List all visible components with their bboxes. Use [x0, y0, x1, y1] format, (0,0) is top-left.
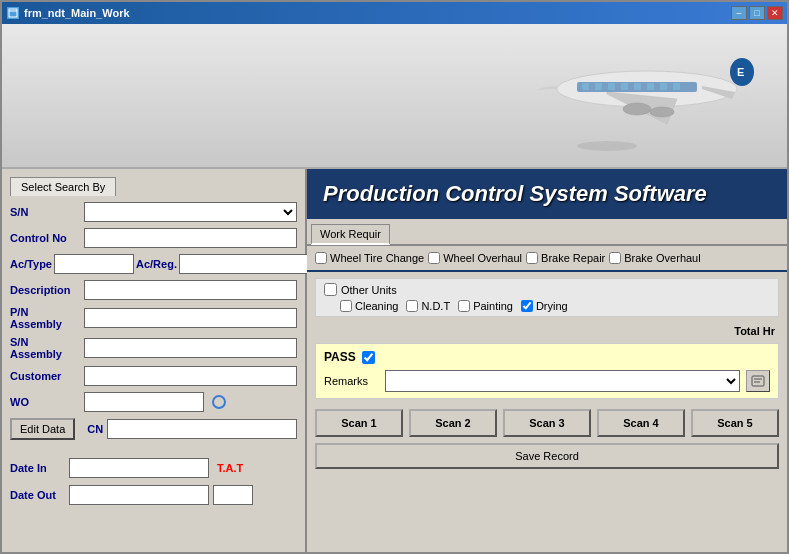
- wheel-tire-change-checkbox[interactable]: [315, 252, 327, 264]
- svg-rect-9: [647, 83, 654, 90]
- search-tab-container: Select Search By: [10, 177, 297, 196]
- drying-label: Drying: [536, 300, 568, 312]
- painting-checkbox[interactable]: [458, 300, 470, 312]
- acreg-input[interactable]: [179, 254, 325, 274]
- date-out-input[interactable]: [69, 485, 209, 505]
- actype-row: Ac/Type Ac/Reg.: [10, 254, 297, 274]
- customer-input[interactable]: [84, 366, 297, 386]
- other-units-section: Other Units Cleaning N.D.T: [315, 278, 779, 317]
- svg-rect-8: [634, 83, 641, 90]
- other-units-label: Other Units: [341, 284, 397, 296]
- control-no-row: Control No: [10, 228, 297, 248]
- cn-label: CN: [87, 423, 103, 435]
- wheel-tire-change-item: Wheel Tire Change: [315, 252, 424, 264]
- sn-row: S/N: [10, 202, 297, 222]
- pass-checkbox[interactable]: [362, 351, 375, 364]
- window-controls: – □ ✕: [731, 6, 783, 20]
- svg-point-16: [577, 141, 637, 151]
- painting-item: Painting: [458, 300, 513, 312]
- svg-point-14: [623, 103, 651, 115]
- description-input[interactable]: [84, 280, 297, 300]
- title-bar: frm_ndt_Main_Work – □ ✕: [2, 2, 787, 24]
- wheel-overhaul-label: Wheel Overhaul: [443, 252, 522, 264]
- control-no-input[interactable]: [84, 228, 297, 248]
- sn-assembly-input[interactable]: [84, 338, 297, 358]
- scan3-button[interactable]: Scan 3: [503, 409, 591, 437]
- svg-rect-11: [673, 83, 680, 90]
- remarks-select[interactable]: [385, 370, 740, 392]
- cleaning-item: Cleaning: [340, 300, 398, 312]
- cn-input[interactable]: [107, 419, 297, 439]
- acreg-label: Ac/Reg.: [136, 258, 177, 270]
- actype-label: Ac/Type: [10, 258, 52, 270]
- window-icon: [6, 6, 20, 20]
- scan1-button[interactable]: Scan 1: [315, 409, 403, 437]
- ndt-label: N.D.T: [421, 300, 450, 312]
- work-checkboxes-row: Wheel Tire Change Wheel Overhaul Brake R…: [307, 246, 787, 272]
- svg-rect-5: [595, 83, 602, 90]
- sn-select[interactable]: [84, 202, 297, 222]
- pn-assembly-input[interactable]: [84, 308, 297, 328]
- wo-input[interactable]: [84, 392, 204, 412]
- control-no-label: Control No: [10, 232, 80, 244]
- wo-cursor-icon: [212, 395, 226, 409]
- tat-value-input[interactable]: 0: [213, 485, 253, 505]
- pn-assembly-label: P/N Assembly: [10, 306, 80, 330]
- brake-repair-label: Brake Repair: [541, 252, 605, 264]
- drying-checkbox[interactable]: [521, 300, 533, 312]
- other-units-checkbox[interactable]: [324, 283, 337, 296]
- ndt-checkbox[interactable]: [406, 300, 418, 312]
- pass-row: PASS: [324, 350, 770, 364]
- customer-label: Customer: [10, 370, 80, 382]
- spacer: [10, 446, 297, 454]
- left-panel: Select Search By S/N Control No Ac/Type: [2, 169, 307, 552]
- wo-label: WO: [10, 396, 80, 408]
- window-title: frm_ndt_Main_Work: [24, 7, 727, 19]
- date-in-label: Date In: [10, 462, 65, 474]
- production-title: Production Control System Software: [323, 181, 707, 206]
- date-out-label: Date Out: [10, 489, 65, 501]
- edit-data-button[interactable]: Edit Data: [10, 418, 75, 440]
- sn-assembly-label: S/N Assembly: [10, 336, 80, 360]
- brake-repair-checkbox[interactable]: [526, 252, 538, 264]
- svg-rect-10: [660, 83, 667, 90]
- brake-overhaul-checkbox[interactable]: [609, 252, 621, 264]
- wheel-overhaul-checkbox[interactable]: [428, 252, 440, 264]
- svg-rect-6: [608, 83, 615, 90]
- customer-row: Customer: [10, 366, 297, 386]
- cleaning-label: Cleaning: [355, 300, 398, 312]
- right-panel: Production Control System Software Work …: [307, 169, 787, 552]
- drying-item: Drying: [521, 300, 568, 312]
- maximize-button[interactable]: □: [749, 6, 765, 20]
- scan4-button[interactable]: Scan 4: [597, 409, 685, 437]
- remarks-action-button[interactable]: [746, 370, 770, 392]
- top-banner: E: [2, 24, 787, 169]
- plane-image: E: [507, 34, 767, 156]
- other-units-checkboxes: Cleaning N.D.T Painting Drying: [324, 300, 770, 312]
- sn-assembly-row: S/N Assembly: [10, 336, 297, 360]
- main-area: Select Search By S/N Control No Ac/Type: [2, 169, 787, 552]
- painting-label: Painting: [473, 300, 513, 312]
- work-requir-tab[interactable]: Work Requir: [311, 224, 390, 245]
- search-by-tab[interactable]: Select Search By: [10, 177, 116, 196]
- sn-label: S/N: [10, 206, 80, 218]
- scan2-button[interactable]: Scan 2: [409, 409, 497, 437]
- minimize-button[interactable]: –: [731, 6, 747, 20]
- save-record-button[interactable]: Save Record: [315, 443, 779, 469]
- wheel-overhaul-item: Wheel Overhaul: [428, 252, 522, 264]
- pn-assembly-row: P/N Assembly: [10, 306, 297, 330]
- total-hr-label: Total Hr: [734, 325, 775, 337]
- date-in-input[interactable]: [69, 458, 209, 478]
- actype-input[interactable]: [54, 254, 134, 274]
- date-in-row: Date In T.A.T: [10, 458, 297, 478]
- remarks-row: Remarks: [324, 370, 770, 392]
- pass-label: PASS: [324, 350, 356, 364]
- scan5-button[interactable]: Scan 5: [691, 409, 779, 437]
- cleaning-checkbox[interactable]: [340, 300, 352, 312]
- close-button[interactable]: ✕: [767, 6, 783, 20]
- brake-overhaul-item: Brake Overhaul: [609, 252, 700, 264]
- brake-overhaul-label: Brake Overhaul: [624, 252, 700, 264]
- remarks-label: Remarks: [324, 375, 379, 387]
- svg-text:E: E: [737, 66, 744, 78]
- brake-repair-item: Brake Repair: [526, 252, 605, 264]
